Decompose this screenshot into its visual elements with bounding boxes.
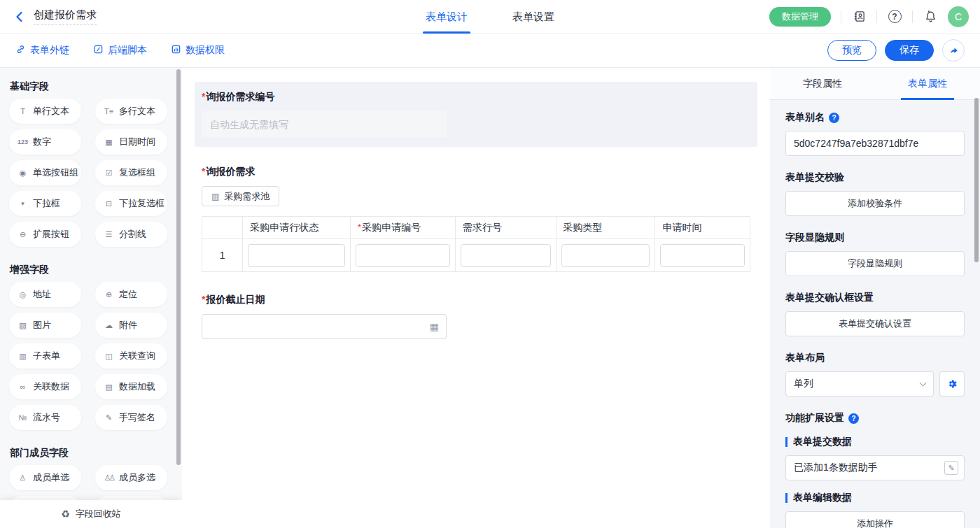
address-pin-icon: ◎	[18, 290, 28, 299]
field-pill-signature[interactable]: ✎手写签名	[95, 405, 167, 430]
tab-form-design[interactable]: 表单设计	[426, 0, 468, 34]
save-button[interactable]: 保存	[885, 40, 934, 61]
edit-icon[interactable]: ✎	[944, 461, 958, 475]
help-icon[interactable]: ?	[887, 9, 902, 24]
column-header-index	[202, 217, 243, 239]
linked-data-icon: ∞	[18, 383, 28, 391]
submit-confirm-button[interactable]: 表单提交确认设置	[785, 311, 965, 336]
column-header: *采购申请编号	[350, 217, 455, 239]
cell-input-request-number[interactable]	[356, 244, 450, 267]
cell-input-line-number[interactable]	[461, 244, 551, 267]
demand-pool-button[interactable]: ▥ 采购需求池	[202, 186, 279, 206]
field-pill-checkbox-group[interactable]: ☑复选框组	[95, 160, 167, 185]
divider	[841, 10, 841, 23]
field-pill-number[interactable]: 123数字	[9, 129, 81, 155]
field-pill-image[interactable]: ▧图片	[9, 313, 81, 338]
field-block-quote-deadline[interactable]: *报价截止日期 ▦	[195, 285, 757, 349]
radio-icon: ◉	[18, 169, 28, 178]
field-recycle-bin[interactable]: ♻ 字段回收站	[0, 500, 182, 528]
column-header: 采购申请行状态	[243, 217, 350, 239]
help-icon[interactable]: ?	[848, 413, 859, 424]
cell-input-apply-time[interactable]	[660, 244, 745, 267]
panel-scrollbar[interactable]	[974, 98, 979, 262]
extend-button-icon: ⊖	[18, 230, 28, 239]
submit-validation-label: 表单提交校验	[785, 171, 965, 184]
column-header: 申请时间	[655, 217, 750, 239]
field-visibility-button[interactable]: 字段显隐规则	[785, 251, 965, 276]
share-button[interactable]	[942, 39, 965, 62]
field-label: *询报价需求编号	[202, 91, 750, 104]
form-layout-label: 表单布局	[785, 352, 965, 364]
data-permission-button[interactable]: 数据权限	[171, 44, 225, 57]
field-pill-dropdown[interactable]: ▼下拉框	[9, 191, 81, 216]
table-row: 1	[202, 239, 750, 272]
notification-bell-icon[interactable]	[923, 9, 938, 24]
people-icon: ♙♙	[104, 473, 114, 483]
field-pill-extend-button[interactable]: ⊖扩展按钮	[9, 222, 81, 247]
field-pill-serial-number[interactable]: №流水号	[9, 405, 81, 430]
divider-line-icon: ☰	[104, 230, 114, 239]
dropdown-icon: ▼	[18, 201, 28, 207]
submit-data-box: 已添加1条数据助手 ✎	[785, 455, 965, 480]
field-pill-data-load[interactable]: ▤数据加载	[95, 374, 167, 399]
field-pill-multi-dropdown[interactable]: ⊡下拉复选框	[95, 191, 167, 216]
preview-button[interactable]: 预览	[827, 40, 876, 61]
tab-field-properties[interactable]: 字段属性	[770, 68, 875, 99]
field-pill-linked-query[interactable]: ◫关联查询	[95, 343, 167, 369]
layout-select[interactable]: 单列	[785, 371, 934, 397]
back-icon[interactable]	[11, 8, 28, 25]
field-pill-member-single[interactable]: ♙成员单选	[9, 465, 81, 490]
field-pill-subform[interactable]: ▥子表单	[9, 343, 81, 369]
tab-form-settings[interactable]: 表单设置	[512, 0, 554, 34]
submit-data-label: 表单提交数据	[785, 436, 965, 448]
field-pill-attachment[interactable]: ☁附件	[95, 313, 167, 338]
chevron-down-icon	[920, 380, 927, 387]
field-block-quote-number[interactable]: *询报价需求编号	[195, 82, 757, 147]
field-label: *询报价需求	[202, 166, 750, 178]
subform-icon: ▥	[18, 352, 28, 361]
field-pill-address[interactable]: ◎地址	[9, 282, 81, 307]
section-title-enhanced-fields: 增强字段	[10, 264, 182, 276]
add-operation-button[interactable]: 添加操作	[785, 511, 965, 528]
top-header: 创建报价需求 表单设计 表单设置 数据管理 ? C	[0, 0, 980, 34]
field-pill-radio-group[interactable]: ◉单选按钮组	[9, 160, 81, 185]
field-pill-datetime[interactable]: ▦日期时间	[95, 129, 167, 155]
cell-input-status[interactable]	[248, 244, 344, 267]
contact-book-icon[interactable]	[851, 9, 867, 24]
quote-number-input[interactable]	[202, 111, 447, 137]
field-palette-sidebar: 基础字段 T单行文本 T≡多行文本 123数字 ▦日期时间 ◉单选按钮组 ☑复选…	[0, 68, 182, 528]
section-title-member-fields: 部门成员字段	[10, 447, 182, 459]
data-manage-button[interactable]: 数据管理	[769, 7, 831, 27]
checkbox-icon: ☑	[104, 169, 114, 178]
deadline-date-input[interactable]: ▦	[202, 314, 447, 339]
column-header: 采购类型	[556, 217, 655, 239]
field-pill-multi-line-text[interactable]: T≡多行文本	[95, 99, 167, 124]
divider	[912, 10, 913, 23]
add-validation-button[interactable]: 添加校验条件	[785, 191, 965, 216]
help-icon[interactable]: ?	[829, 113, 839, 123]
script-icon	[93, 44, 104, 57]
field-pill-divider-line[interactable]: ☰分割线	[95, 222, 167, 247]
recycle-icon: ♻	[61, 508, 70, 520]
sidebar-scrollbar[interactable]	[176, 69, 181, 465]
field-block-quote-demand[interactable]: *询报价需求 ▥ 采购需求池 采购申请行状态 *采购申请编号 需求行号 采购类型…	[195, 157, 757, 282]
field-label: *报价截止日期	[202, 294, 750, 306]
user-avatar[interactable]: C	[948, 6, 969, 27]
cell-input-purchase-type[interactable]	[561, 244, 650, 267]
serial-number-icon: №	[18, 413, 28, 422]
field-pill-location[interactable]: ⊕定位	[95, 282, 167, 307]
backend-script-button[interactable]: 后端脚本	[93, 44, 147, 57]
subform-table: 采购申请行状态 *采购申请编号 需求行号 采购类型 申请时间 1	[202, 216, 750, 272]
layout-settings-button[interactable]	[939, 371, 965, 397]
field-pill-single-line-text[interactable]: T单行文本	[9, 99, 81, 124]
section-title-basic-fields: 基础字段	[10, 80, 182, 93]
page-title[interactable]: 创建报价需求	[34, 8, 97, 25]
field-pill-linked-data[interactable]: ∞关联数据	[9, 374, 81, 399]
form-canvas: *询报价需求编号 *询报价需求 ▥ 采购需求池 采购申请行状态 *采购申请编号 …	[182, 68, 770, 528]
external-link-button[interactable]: 表单外链	[15, 44, 69, 57]
form-alias-input[interactable]	[785, 131, 965, 156]
edit-data-label: 表单编辑数据	[785, 492, 965, 504]
number-icon: 123	[18, 138, 28, 145]
tab-form-properties[interactable]: 表单属性	[875, 68, 980, 99]
field-pill-member-multi[interactable]: ♙♙成员多选	[95, 465, 167, 490]
